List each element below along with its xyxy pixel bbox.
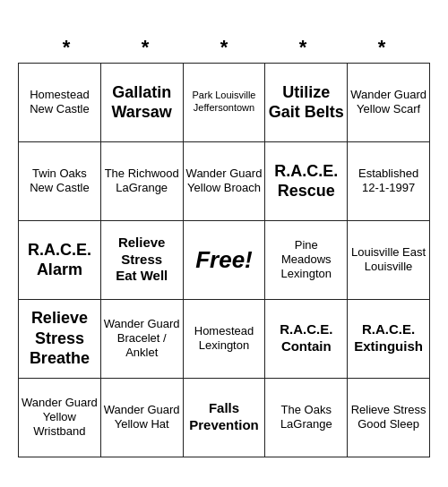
cell-1-4[interactable]: Established12-1-1997 (348, 142, 430, 221)
stars-row: * * * * * (18, 30, 430, 63)
cell-4-0[interactable]: Wander Guard Yellow Wristband (19, 379, 101, 457)
cell-4-3[interactable]: The OaksLaGrange (265, 379, 348, 457)
cell-0-4[interactable]: Wander Guard Yellow Scarf (348, 64, 430, 142)
cell-1-2[interactable]: Wander Guard Yellow Broach (184, 142, 266, 221)
cell-2-0[interactable]: R.A.C.E. Alarm (19, 221, 101, 300)
cell-2-3[interactable]: Pine MeadowsLexington (265, 221, 348, 300)
cell-2-4[interactable]: Louisville EastLouisville (348, 221, 430, 300)
cell-0-2[interactable]: Park LouisvilleJeffersontown (184, 64, 266, 142)
star-2: * (142, 36, 150, 59)
cell-3-1[interactable]: Wander Guard Bracelet / Anklet (101, 300, 184, 379)
cell-3-3[interactable]: R.A.C.E. Contain (265, 300, 348, 379)
cell-0-3[interactable]: Utilize Gait Belts (265, 64, 348, 142)
cell-3-4[interactable]: R.A.C.E. Extinguish (348, 300, 430, 379)
cell-3-2[interactable]: HomesteadLexington (184, 300, 266, 379)
cell-1-0[interactable]: Twin OaksNew Castle (19, 142, 101, 221)
star-5: * (378, 36, 386, 59)
cell-4-4[interactable]: Relieve StressGood Sleep (348, 379, 430, 457)
star-4: * (299, 36, 307, 59)
cell-2-1[interactable]: Relieve StressEat Well (101, 221, 184, 300)
cell-1-1[interactable]: The RichwoodLaGrange (101, 142, 184, 221)
bingo-grid: HomesteadNew CastleGallatinWarsawPark Lo… (18, 63, 430, 457)
star-3: * (220, 36, 228, 59)
star-1: * (63, 36, 71, 59)
cell-4-2[interactable]: Falls Prevention (184, 379, 266, 457)
cell-4-1[interactable]: Wander Guard Yellow Hat (101, 379, 184, 457)
cell-3-0[interactable]: Relieve StressBreathe (19, 300, 101, 379)
bingo-card: * * * * * HomesteadNew CastleGallatinWar… (9, 21, 439, 466)
cell-0-1[interactable]: GallatinWarsaw (101, 64, 184, 142)
cell-1-3[interactable]: R.A.C.E. Rescue (265, 142, 348, 221)
cell-2-2[interactable]: Free! (184, 221, 266, 300)
cell-0-0[interactable]: HomesteadNew Castle (19, 64, 101, 142)
